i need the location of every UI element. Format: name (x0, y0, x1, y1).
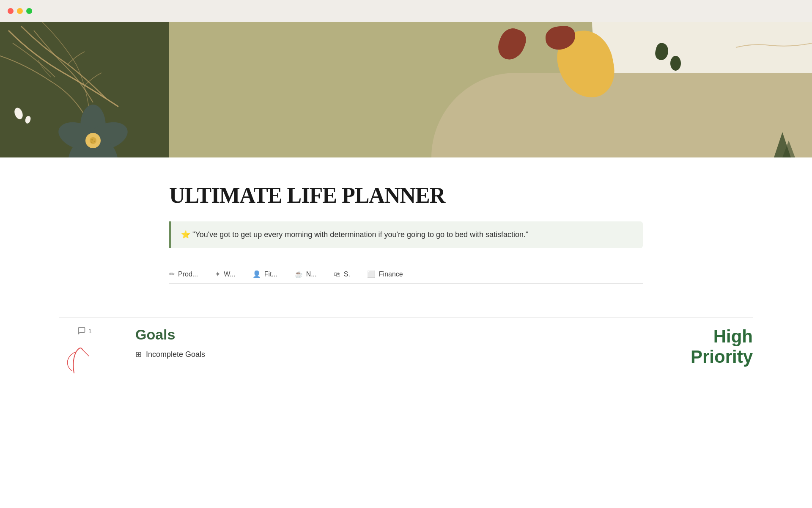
wellness-icon: ✦ (215, 270, 220, 278)
tab-productivity-label: Prod... (178, 271, 198, 278)
tab-wellness-label: W... (224, 271, 236, 278)
quote-block: ⭐ "You've got to get up every morning wi… (169, 221, 643, 248)
window-chrome (0, 0, 812, 22)
fitness-icon: 👤 (252, 270, 261, 278)
close-button[interactable] (8, 8, 14, 14)
high-priority-section: High Priority (691, 326, 753, 367)
page-title: ULTIMATE LIFE PLANNER (169, 183, 643, 208)
svg-point-8 (94, 141, 95, 142)
flower-decoration (51, 77, 135, 157)
tab-shopping-label: S. (344, 271, 350, 278)
minimize-button[interactable] (17, 8, 23, 14)
comment-count: 1 (88, 327, 92, 334)
productivity-icon: ✏ (169, 270, 175, 278)
quote-text: ⭐ "You've got to get up every morning wi… (181, 229, 633, 240)
high-priority-text: High Priority (691, 326, 753, 367)
maximize-button[interactable] (26, 8, 32, 14)
finance-icon: ⬜ (367, 270, 376, 278)
incomplete-goals-label: Incomplete Goals (146, 350, 205, 359)
hero-banner (0, 22, 812, 157)
bottom-section: 1 Goals ⊞ Incomplete Goals High Priority (0, 318, 812, 390)
quote-content: "You've got to get up every morning with… (192, 230, 528, 239)
priority-line2: Priority (691, 347, 753, 367)
bottom-right-shapes (770, 124, 795, 157)
hero-left-panel (0, 22, 169, 157)
hero-tan-curve (431, 73, 812, 157)
table-icon: ⊞ (135, 350, 142, 359)
tab-wellness[interactable]: ✦ W... (215, 265, 252, 283)
red-shape-1 (494, 25, 529, 64)
nutrition-icon: ☕ (294, 270, 303, 278)
goals-section: Goals ⊞ Incomplete Goals (135, 326, 665, 359)
tab-nutrition[interactable]: ☕ N... (294, 265, 334, 283)
tab-finance[interactable]: ⬜ Finance (367, 265, 420, 283)
dark-green-shape-2 (670, 56, 681, 71)
comment-count-wrap[interactable]: 1 (77, 326, 92, 335)
hero-middle-panel (169, 22, 812, 157)
comment-area: 1 (59, 326, 110, 381)
page-content: ULTIMATE LIFE PLANNER ⭐ "You've got to g… (110, 157, 702, 318)
tab-finance-label: Finance (379, 271, 403, 278)
tab-fitness[interactable]: 👤 Fit... (252, 265, 294, 283)
tab-nutrition-label: N... (306, 271, 317, 278)
nav-tabs: ✏ Prod... ✦ W... 👤 Fit... ☕ N... 🛍 S. ⬜ (169, 265, 643, 284)
quote-emoji: ⭐ (181, 230, 190, 239)
main-content: ULTIMATE LIFE PLANNER ⭐ "You've got to g… (0, 22, 812, 390)
shopping-icon: 🛍 (334, 271, 340, 278)
top-right-line (727, 35, 812, 60)
comment-icon (77, 326, 86, 335)
tab-productivity[interactable]: ✏ Prod... (169, 265, 215, 283)
svg-point-9 (91, 142, 93, 143)
tab-shopping[interactable]: 🛍 S. (334, 265, 367, 283)
incomplete-goals-row[interactable]: ⊞ Incomplete Goals (135, 350, 665, 359)
tab-fitness-label: Fit... (264, 271, 277, 278)
sketch-decoration (66, 343, 104, 381)
svg-point-7 (91, 139, 93, 141)
goals-title: Goals (135, 326, 665, 343)
svg-point-6 (90, 137, 96, 144)
priority-line1: High (713, 326, 753, 346)
